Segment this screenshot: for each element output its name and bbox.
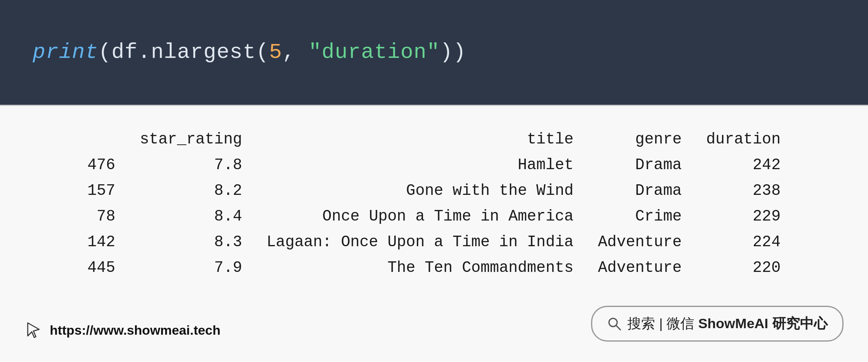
cell-star-rating: 7.9 [128, 255, 255, 280]
cell-title: Gone with the Wind [255, 178, 586, 203]
cell-genre: Adventure [586, 229, 694, 255]
cell-index: 445 [75, 255, 127, 280]
watermark-box: 搜索 | 微信 ShowMeAI 研究中心 [591, 306, 844, 342]
footer-link: https://www.showmeai.tech [24, 321, 220, 339]
table-row: 78 8.4 Once Upon a Time in America Crime… [75, 203, 793, 229]
paren-method-close: )) [440, 40, 466, 64]
df-identifier: df [111, 40, 137, 64]
svg-marker-2 [28, 323, 39, 338]
watermark-text: 搜索 | 微信 ShowMeAI 研究中心 [627, 314, 828, 333]
cell-title: The Ten Commandments [255, 255, 586, 280]
cell-title: Once Upon a Time in America [255, 203, 586, 229]
data-table: star_rating title genre duration 476 7.8… [75, 126, 793, 280]
cell-title: Lagaan: Once Upon a Time in India [255, 229, 586, 255]
search-icon [607, 316, 622, 331]
cell-duration: 238 [694, 178, 793, 203]
cell-genre: Crime [586, 203, 694, 229]
cell-star-rating: 8.2 [128, 178, 255, 203]
col-header-index [75, 126, 127, 152]
str-arg: "duration" [308, 40, 440, 64]
comma: , [282, 40, 308, 64]
watermark-brand: ShowMeAI 研究中心 [698, 316, 828, 331]
table-row: 445 7.9 The Ten Commandments Adventure 2… [75, 255, 793, 280]
col-header-genre: genre [586, 126, 694, 152]
paren-method-open: ( [256, 40, 269, 64]
code-section: print(df.nlargest(5, "duration")) [0, 0, 868, 106]
keyword-print: print [33, 40, 98, 64]
output-section: star_rating title genre duration 476 7.8… [0, 106, 868, 362]
svg-line-1 [616, 325, 620, 330]
cell-index: 142 [75, 229, 127, 255]
cell-duration: 242 [694, 152, 793, 178]
table-row: 142 8.3 Lagaan: Once Upon a Time in Indi… [75, 229, 793, 255]
cell-duration: 220 [694, 255, 793, 280]
cell-duration: 224 [694, 229, 793, 255]
col-header-title: title [255, 126, 586, 152]
cell-index: 78 [75, 203, 127, 229]
cell-duration: 229 [694, 203, 793, 229]
cell-star-rating: 8.3 [128, 229, 255, 255]
cell-genre: Drama [586, 152, 694, 178]
cursor-icon [24, 321, 42, 339]
num-arg: 5 [269, 40, 282, 64]
watermark-label: 搜索 | 微信 [627, 316, 698, 331]
cell-title: Hamlet [255, 152, 586, 178]
cell-index: 476 [75, 152, 127, 178]
col-header-duration: duration [694, 126, 793, 152]
cell-genre: Drama [586, 178, 694, 203]
col-header-star-rating: star_rating [128, 126, 255, 152]
cell-index: 157 [75, 178, 127, 203]
table-header-row: star_rating title genre duration [75, 126, 793, 152]
method-nlargest: nlargest [151, 40, 256, 64]
paren-open: ( [98, 40, 111, 64]
footer-url: https://www.showmeai.tech [50, 323, 220, 338]
code-line: print(df.nlargest(5, "duration")) [33, 40, 466, 64]
table-row: 157 8.2 Gone with the Wind Drama 238 [75, 178, 793, 203]
dot: . [138, 40, 151, 64]
cell-star-rating: 8.4 [128, 203, 255, 229]
cell-genre: Adventure [586, 255, 694, 280]
cell-star-rating: 7.8 [128, 152, 255, 178]
table-row: 476 7.8 Hamlet Drama 242 [75, 152, 793, 178]
